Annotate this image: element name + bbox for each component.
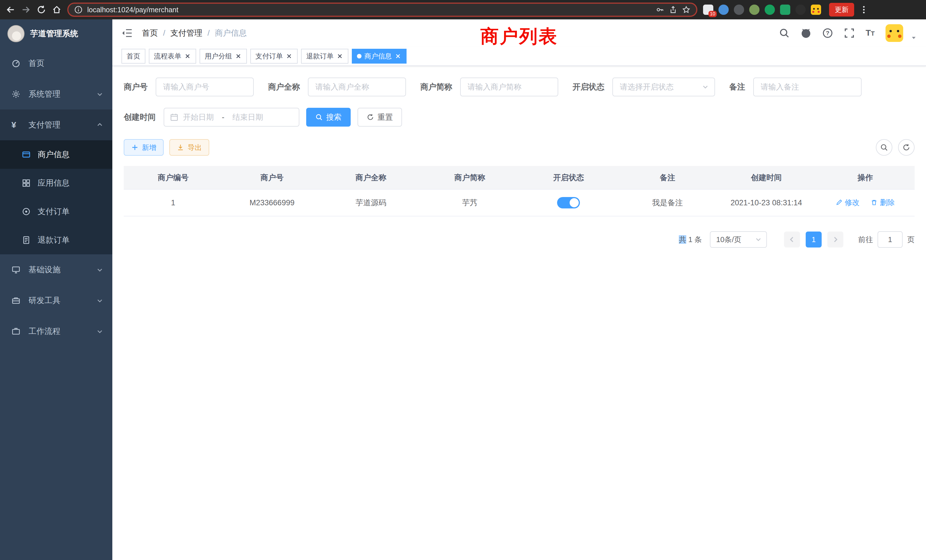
sidebar-item-refund-order[interactable]: 退款订单 [0,226,112,254]
page-size-select[interactable]: 10条/页 [710,231,767,248]
toggle-search-button[interactable] [876,139,892,156]
close-icon[interactable] [395,53,401,60]
next-page-button[interactable] [828,232,843,248]
extension-avatar-icon[interactable] [749,5,760,15]
sidebar-item-label: 支付管理 [29,120,61,130]
forward-icon[interactable] [21,5,31,15]
close-icon[interactable] [184,53,191,60]
home-icon[interactable] [52,5,62,15]
col-merchant-short: 商户简称 [420,166,519,189]
extension-dark-icon[interactable] [734,5,744,15]
pagination-total: 共 1 条 [679,235,702,245]
reset-button[interactable]: 重置 [357,108,402,127]
search-button[interactable]: 搜索 [306,108,351,127]
sidebar-item-payment[interactable]: ¥ 支付管理 [0,109,112,140]
delete-link[interactable]: 删除 [871,198,895,207]
tag-pay-order[interactable]: 支付订单 [250,49,298,64]
extension-green-square-icon[interactable] [780,5,790,15]
cell-merchant-no: M233666999 [222,189,322,216]
merchant-name-input[interactable] [308,77,406,96]
merchant-no-input[interactable] [156,77,254,96]
sidebar-item-infrastructure[interactable]: 基础设施 [0,254,112,285]
site-info-icon[interactable] [74,5,83,14]
bookmark-star-icon[interactable] [682,5,690,14]
tag-home[interactable]: 首页 [121,49,145,64]
merchant-short-input[interactable] [460,77,558,96]
tag-refund-order[interactable]: 退款订单 [301,49,348,64]
extension-check-icon[interactable] [765,5,775,15]
font-size-icon[interactable]: TT [865,27,875,39]
extension-badge: 10 [708,11,717,17]
sidebar-fold-icon[interactable] [121,27,133,39]
extension-emoji-icon[interactable] [811,5,821,15]
plus-icon [131,144,139,151]
breadcrumb-payment[interactable]: 支付管理 [171,28,203,38]
help-icon[interactable]: ? [822,28,833,38]
table-row: 1 M233666999 芋道源码 芋艿 我是备注 2021-10-23 08:… [124,189,915,216]
tag-process-form[interactable]: 流程表单 [149,49,196,64]
sidebar-item-app-info[interactable]: 应用信息 [0,169,112,197]
remark-input[interactable] [753,77,862,96]
back-icon[interactable] [6,5,15,15]
sidebar-item-pay-order[interactable]: 支付订单 [0,197,112,226]
fullscreen-icon[interactable] [844,28,855,38]
add-button[interactable]: 新增 [124,139,163,156]
logo[interactable]: 芋道管理系统 [0,20,112,48]
breadcrumb-current: 商户信息 [215,28,247,38]
tag-user-group[interactable]: 用户分组 [200,49,247,64]
avatar-caret-icon[interactable] [911,33,917,39]
breadcrumb-home[interactable]: 首页 [142,28,158,38]
filter-remark: 备注 [729,77,862,96]
url-text[interactable]: localhost:1024/pay/merchant [87,6,651,14]
refresh-table-button[interactable] [898,139,915,156]
sidebar-item-label: 退款订单 [38,235,70,245]
extension-paw-icon[interactable] [796,5,806,15]
sidebar-item-dev-tools[interactable]: 研发工具 [0,285,112,316]
address-bar[interactable]: localhost:1024/pay/merchant [67,3,698,17]
cell-status [519,189,618,216]
sidebar: 芋道管理系统 首页 系统管理 ¥ 支付管理 [0,20,112,560]
col-remark: 备注 [618,166,717,189]
col-merchant-no: 商户号 [222,166,322,189]
page-1-button[interactable]: 1 [806,232,822,248]
grid-icon [22,179,31,188]
sidebar-item-workflow[interactable]: 工作流程 [0,316,112,347]
sidebar-item-system[interactable]: 系统管理 [0,79,112,109]
yen-icon: ¥ [11,120,21,129]
target-icon [22,207,31,216]
sidebar-item-home[interactable]: 首页 [0,48,112,79]
search-icon[interactable] [779,28,790,38]
close-icon[interactable] [235,53,242,60]
date-range-picker[interactable]: 开始日期 - 结束日期 [163,108,300,127]
tag-merchant-info[interactable]: 商户信息 [352,49,407,64]
browser-update-button[interactable]: 更新 [829,3,854,17]
search-icon [315,114,323,121]
prev-page-button[interactable] [784,232,800,248]
gear-icon [11,89,21,98]
cell-create-time: 2021-10-23 08:31:14 [717,189,816,216]
sidebar-item-label: 系统管理 [29,89,61,100]
github-icon[interactable] [800,28,811,38]
refresh-icon[interactable] [36,5,46,15]
export-button[interactable]: 导出 [169,139,209,156]
browser-menu-icon[interactable] [860,5,868,14]
edit-link[interactable]: 修改 [836,198,859,207]
status-select[interactable]: 请选择开启状态 [613,77,715,96]
extension-puzzle-icon[interactable]: 10 [703,5,713,15]
user-avatar[interactable] [885,24,903,42]
status-switch[interactable] [557,197,580,209]
goto-page-input[interactable] [878,231,903,248]
sidebar-item-label: 应用信息 [38,178,70,188]
share-icon[interactable] [669,5,677,14]
extension-drop-icon[interactable] [719,5,729,15]
browser-chrome: localhost:1024/pay/merchant 10 更新 [0,0,926,20]
password-key-icon[interactable] [656,5,664,14]
trash-icon [871,199,878,206]
close-icon[interactable] [336,53,343,60]
page-content: 商户号 商户全称 商户简称 开启状态 请选择开启状态 [112,66,926,560]
col-create-time: 创建时间 [717,166,816,189]
breadcrumb-separator: / [163,29,165,38]
close-icon[interactable] [286,53,292,60]
date-start-placeholder: 开始日期 [183,112,214,122]
sidebar-item-merchant-info[interactable]: 商户信息 [0,140,112,169]
